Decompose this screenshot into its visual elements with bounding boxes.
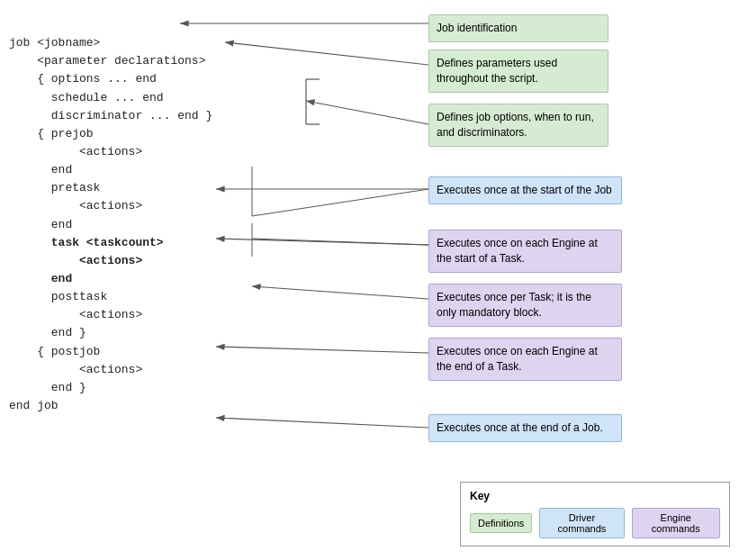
code-line-9: pretask bbox=[9, 181, 100, 194]
annotation-pretask-text: Executes once on each Engine at the star… bbox=[437, 237, 598, 265]
svg-line-7 bbox=[216, 347, 428, 353]
annotation-prejob: Executes once at the start of the Job bbox=[428, 176, 622, 204]
code-line-18: { postjob bbox=[9, 345, 100, 358]
key-title: Key bbox=[470, 490, 720, 502]
annotation-postjob-text: Executes once at the end of a Job. bbox=[437, 421, 603, 434]
code-line-21: end job bbox=[9, 399, 59, 412]
code-line-4: schedule ... end bbox=[9, 91, 164, 104]
code-line-8: end bbox=[9, 163, 72, 176]
main-container: job <jobname> <parameter declarations> {… bbox=[0, 0, 739, 560]
code-line-12: task <taskcount> bbox=[9, 236, 164, 249]
annotation-pretask: Executes once on each Engine at the star… bbox=[428, 230, 622, 273]
code-line-14: end bbox=[9, 272, 72, 285]
svg-line-15 bbox=[252, 239, 428, 245]
code-line-1: job <jobname> bbox=[9, 36, 100, 50]
svg-line-8 bbox=[216, 418, 428, 428]
code-line-2: <parameter declarations> bbox=[9, 54, 205, 68]
svg-line-3 bbox=[306, 101, 428, 124]
key-engine-commands: Engine commands bbox=[632, 508, 721, 538]
code-line-17: end } bbox=[9, 326, 86, 339]
code-line-13: <actions> bbox=[9, 254, 142, 267]
code-line-10: <actions> bbox=[9, 199, 142, 212]
svg-line-6 bbox=[252, 286, 428, 299]
annotation-param-text: Defines parameters used throughout the s… bbox=[437, 57, 557, 85]
code-line-7: <actions> bbox=[9, 145, 142, 158]
annotation-options: Defines job options, when to run, and di… bbox=[428, 104, 608, 147]
code-block: job <jobname> <parameter declarations> {… bbox=[9, 16, 212, 433]
annotation-param: Defines parameters used throughout the s… bbox=[428, 50, 608, 93]
code-line-5: discriminator ... end } bbox=[9, 109, 212, 122]
annotation-posttask-text: Executes once on each Engine at the end … bbox=[437, 345, 598, 373]
key-driver-commands: Driver commands bbox=[539, 508, 624, 538]
annotation-prejob-text: Executes once at the start of the Job bbox=[437, 184, 612, 196]
code-line-6: { prejob bbox=[9, 127, 94, 140]
svg-line-13 bbox=[252, 189, 428, 216]
svg-line-5 bbox=[216, 239, 428, 245]
annotation-job-id-text: Job identification bbox=[437, 22, 517, 34]
svg-line-2 bbox=[225, 42, 428, 65]
key-box: Key Definitions Driver commands Engine c… bbox=[460, 482, 730, 546]
code-line-20: end } bbox=[9, 381, 86, 394]
annotation-options-text: Defines job options, when to run, and di… bbox=[437, 111, 594, 139]
code-line-15: posttask bbox=[9, 290, 107, 303]
annotation-task-text: Executes once per Task; it is the only m… bbox=[437, 291, 591, 319]
code-line-11: end bbox=[9, 218, 72, 231]
key-definitions: Definitions bbox=[470, 513, 532, 533]
annotation-task: Executes once per Task; it is the only m… bbox=[428, 284, 622, 327]
key-items: Definitions Driver commands Engine comma… bbox=[470, 508, 720, 538]
annotation-postjob: Executes once at the end of a Job. bbox=[428, 414, 622, 442]
code-line-16: <actions> bbox=[9, 308, 142, 321]
annotation-posttask: Executes once on each Engine at the end … bbox=[428, 338, 622, 381]
code-line-3: { options ... end bbox=[9, 72, 157, 86]
annotation-job-id: Job identification bbox=[428, 14, 608, 42]
code-line-19: <actions> bbox=[9, 363, 142, 376]
